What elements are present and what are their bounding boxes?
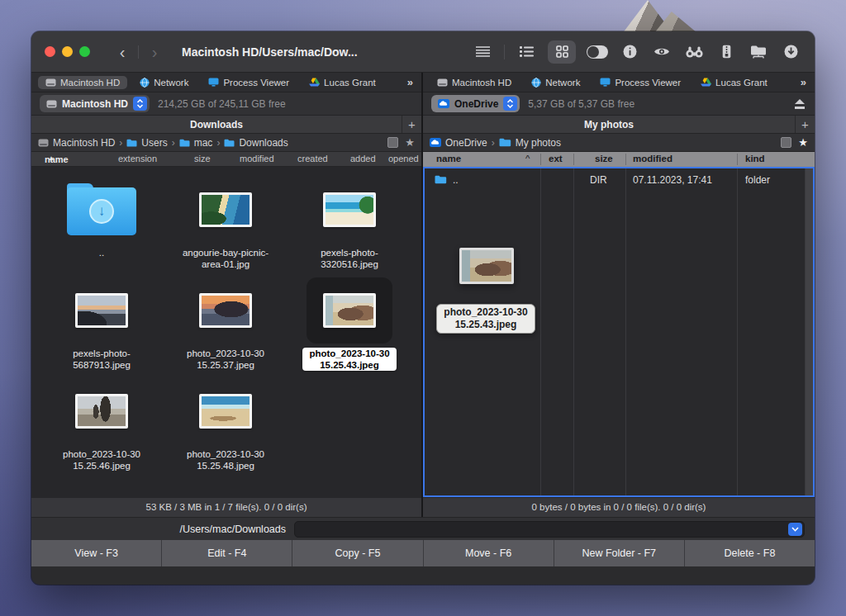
close-window-button[interactable] [45,46,55,57]
tab-macintosh-hd[interactable]: Macintosh HD [38,76,127,89]
list-view-icon[interactable] [516,42,537,62]
favorites-star-icon[interactable]: ★ [798,137,808,148]
column-header-name[interactable]: name [436,154,461,163]
right-scrollbar[interactable] [805,168,813,495]
search-binoculars-icon[interactable] [683,42,705,62]
breadcrumb-item-downloads[interactable]: Downloads [224,137,288,149]
right-drive-selector[interactable]: OneDrive [431,95,520,112]
breadcrumb-item-onedrive[interactable]: OneDrive [430,137,487,149]
breadcrumb-item-my-photos[interactable]: My photos [499,137,561,149]
zoom-window-button[interactable] [79,46,90,57]
column-header-created[interactable]: created [297,154,328,163]
tab-network[interactable]: Network [524,76,587,89]
drive-name: Macintosh HD [62,98,128,110]
path-dropdown-icon[interactable] [788,523,802,536]
table-row-parent-folder[interactable]: .. DIR 07.11.2023, 17:41 folder [425,172,813,190]
file-item[interactable]: photo_2023-10-30 15.25.37.jpeg [164,277,288,378]
tab-process-viewer[interactable]: Process Viewer [592,76,688,89]
tab-overflow-button[interactable]: » [407,76,415,88]
tab-label: Lucas Grant [715,78,768,88]
right-add-tab-button[interactable]: + [795,116,815,133]
menu-icon[interactable] [472,42,493,62]
file-item[interactable]: pexels-photo-3320516.jpeg [288,177,411,277]
minimize-window-button[interactable] [62,46,73,57]
info-icon[interactable] [619,42,640,62]
delete-f8-button[interactable]: Delete - F8 [685,540,815,566]
drive-icon [45,78,56,87]
drag-ghost-filename: photo_2023-10-30 15.25.43.jpeg [436,304,535,334]
eject-icon[interactable] [793,99,806,109]
right-folder-title-row: My photos + [423,116,815,134]
file-name: pexels-photo-3320516.jpeg [296,247,403,270]
file-name: photo_2023-10-30 15.25.48.jpeg [172,448,279,471]
edit-f4-button[interactable]: Edit - F4 [162,540,292,566]
window-title: Macintosh HD/Users/mac/Dow... [182,45,358,59]
drive-icon [38,139,49,147]
network-share-icon[interactable] [748,42,769,62]
favorites-star-icon[interactable]: ★ [405,137,415,148]
command-line-input[interactable] [295,524,788,535]
tab-label: Process Viewer [615,78,681,88]
drive-icon [437,78,448,87]
forward-button[interactable]: › [144,44,165,60]
column-header-extension[interactable]: extension [118,154,157,163]
right-tab-bar: Macintosh HD Network Process Viewer Luca… [423,73,815,92]
left-drive-selector[interactable]: Macintosh HD [40,95,150,112]
archive-zip-icon[interactable] [715,42,737,62]
quick-look-eye-icon[interactable] [651,42,673,62]
file-item[interactable]: photo_2023-10-30 15.25.46.jpeg [40,378,164,479]
tab-overflow-button[interactable]: » [801,76,808,88]
monitor-icon [600,78,611,87]
drive-dropdown-stepper-icon[interactable] [133,97,147,111]
column-header-size[interactable]: size [194,154,211,163]
globe-icon [140,78,150,88]
column-header-size[interactable]: size [595,154,613,163]
breadcrumb-item-mac[interactable]: mac [179,137,213,149]
tab-lucas-grant[interactable]: Lucas Grant [302,76,383,89]
breadcrumb-item-users[interactable]: Users [126,137,167,149]
column-header-added[interactable]: added [350,154,376,163]
folder-icon [435,175,447,184]
column-header-modified[interactable]: modified [240,154,274,163]
left-file-grid: ↓ .. angourie-bay-picnic-area-01.jpg pex… [31,167,421,497]
tab-network[interactable]: Network [132,76,196,89]
download-icon[interactable] [780,42,801,62]
icons-view-icon[interactable] [548,40,576,64]
back-button[interactable]: ‹ [112,44,133,60]
column-header-opened[interactable]: opened [388,154,419,163]
left-pane: Macintosh HD Network Process Viewer Luca… [31,73,421,517]
right-breadcrumb: OneDrive › My photos ★ [423,134,815,152]
breadcrumb-item-macintosh-hd[interactable]: Macintosh HD [38,137,115,149]
file-item-selected[interactable]: photo_2023-10-30 15.25.43.jpeg [288,277,411,378]
file-item[interactable]: photo_2023-10-30 15.25.48.jpeg [164,378,288,479]
tab-lucas-grant[interactable]: Lucas Grant [693,76,775,89]
move-f6-button[interactable]: Move - F6 [424,540,554,566]
view-f3-button[interactable]: View - F3 [31,540,161,566]
file-item-parent-folder[interactable]: ↓ .. [40,177,164,277]
drive-dropdown-stepper-icon[interactable] [503,97,517,111]
right-free-space: 5,37 GB of 5,37 GB free [528,98,634,110]
column-header-ext[interactable]: ext [549,154,563,163]
breadcrumb-label: My photos [516,137,561,149]
file-item[interactable]: pexels-photo-5687913.jpeg [40,277,164,378]
copy-f5-button[interactable]: Copy - F5 [292,540,422,566]
right-file-list-drop-target[interactable]: .. DIR 07.11.2023, 17:41 folder photo_20… [423,167,815,497]
onedrive-icon [430,138,441,147]
tab-process-viewer[interactable]: Process Viewer [201,76,297,89]
brief-view-icon[interactable] [781,137,791,148]
left-add-tab-button[interactable]: + [402,116,421,133]
new-folder-f7-button[interactable]: New Folder - F7 [554,540,684,566]
file-item[interactable]: angourie-bay-picnic-area-01.jpg [164,177,288,277]
downloads-folder-icon: ↓ [67,187,136,235]
toggle-switch-icon[interactable] [587,42,608,62]
tab-label: Lucas Grant [324,78,376,88]
tab-macintosh-hd[interactable]: Macintosh HD [430,76,519,89]
file-manager-window: ‹ › Macintosh HD/Users/mac/Dow... [31,31,815,585]
column-header-kind[interactable]: kind [745,154,765,163]
tab-label: Process Viewer [223,78,289,88]
breadcrumb-separator: › [492,137,495,149]
brief-view-icon[interactable] [387,137,398,148]
left-tab-bar: Macintosh HD Network Process Viewer Luca… [31,73,421,92]
photo-thumbnail [75,293,128,328]
column-header-modified[interactable]: modified [633,154,673,163]
